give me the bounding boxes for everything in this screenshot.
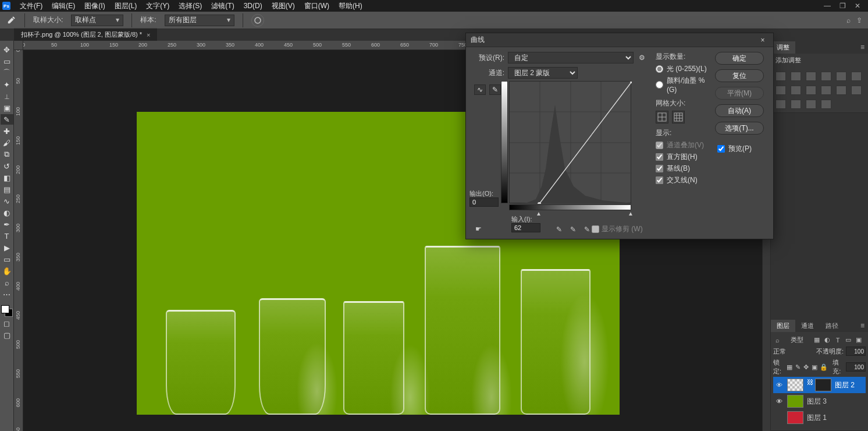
levels-adjustment-icon[interactable]: [791, 72, 801, 81]
hand-tool-icon[interactable]: ✋: [1, 266, 13, 276]
dialog-close-icon[interactable]: ×: [757, 36, 769, 44]
hue-adjustment-icon[interactable]: [851, 72, 862, 81]
mask-link-icon[interactable]: ⛓: [807, 379, 812, 391]
color-lookup-adjustment-icon[interactable]: [836, 86, 846, 95]
layer-visibility-icon[interactable]: 👁: [774, 381, 784, 388]
threshold-adjustment-icon[interactable]: [791, 100, 801, 109]
stamp-tool-icon[interactable]: ⧉: [1, 149, 13, 160]
smooth-button[interactable]: 平滑(M): [715, 87, 764, 100]
exposure-adjustment-icon[interactable]: [821, 72, 831, 81]
dialog-titlebar[interactable]: 曲线 ×: [466, 33, 773, 47]
window-minimize-icon[interactable]: —: [821, 2, 833, 10]
menu-filter[interactable]: 滤镜(T): [208, 0, 237, 12]
move-tool-icon[interactable]: ✥: [1, 44, 13, 55]
layer-name[interactable]: 图层 3: [807, 397, 827, 407]
brush-tool-icon[interactable]: 🖌: [1, 137, 13, 148]
layer-thumbnail[interactable]: [787, 411, 803, 424]
sample-size-dropdown[interactable]: 取样点: [71, 15, 123, 26]
grid-large-icon[interactable]: [672, 111, 685, 123]
layer-name[interactable]: 图层 2: [835, 380, 855, 390]
eraser-tool-icon[interactable]: ◧: [1, 172, 13, 183]
lock-position-icon[interactable]: ✥: [803, 363, 809, 371]
layer-filter-type-icon[interactable]: T: [834, 336, 842, 344]
color-balance-adjustment-icon[interactable]: [775, 86, 786, 95]
window-restore-icon[interactable]: ❐: [837, 2, 848, 10]
auto-button[interactable]: 自动(A): [715, 104, 764, 117]
window-close-icon[interactable]: ✕: [852, 2, 863, 10]
path-select-tool-icon[interactable]: ▶: [1, 242, 13, 253]
curves-dialog[interactable]: 曲线 × 预设(R): 自定 ⚙ 通道: 图层 2 蒙版 ∿ ✎: [465, 33, 774, 239]
quick-select-tool-icon[interactable]: ✦: [1, 79, 13, 90]
ruler-vertical[interactable]: 0501001502002503003504004505005506006507…: [14, 50, 23, 431]
output-value-input[interactable]: [469, 197, 499, 207]
amount-pigment-radio[interactable]: 颜料/油墨 %(G): [656, 76, 707, 94]
show-histogram-checkbox[interactable]: 直方图(H): [656, 152, 707, 162]
curves-adjustment-icon[interactable]: [806, 72, 816, 81]
white-point-eyedropper-icon[interactable]: ✎: [582, 225, 592, 234]
dodge-tool-icon[interactable]: ◐: [1, 207, 13, 218]
brightness-adjustment-icon[interactable]: [775, 72, 786, 81]
layer-filter-adjust-icon[interactable]: ◐: [823, 336, 831, 344]
layer-row[interactable]: 👁 图层 3: [773, 393, 866, 409]
amount-light-radio[interactable]: 光 (0-255)(L): [656, 64, 707, 74]
gradient-map-adjustment-icon[interactable]: [806, 100, 816, 109]
posterize-adjustment-icon[interactable]: [775, 100, 786, 109]
tab-paths[interactable]: 路径: [820, 320, 844, 332]
gradient-tool-icon[interactable]: ▤: [1, 184, 13, 195]
color-swatch[interactable]: [1, 305, 13, 317]
foreground-color-swatch[interactable]: [1, 305, 9, 313]
black-point-eyedropper-icon[interactable]: ✎: [554, 225, 564, 234]
panel-menu-icon[interactable]: ≡: [857, 322, 868, 330]
lock-transparent-icon[interactable]: ▦: [787, 363, 792, 371]
curve-pencil-tool-icon[interactable]: ✎: [489, 84, 501, 95]
heal-tool-icon[interactable]: ✚: [1, 126, 13, 136]
layer-filter-shape-icon[interactable]: ▭: [844, 336, 852, 344]
marquee-tool-icon[interactable]: ▭: [1, 56, 13, 66]
sample-dropdown[interactable]: 所有图层: [165, 15, 234, 26]
bw-adjustment-icon[interactable]: [791, 86, 801, 95]
menu-select[interactable]: 选择(S): [175, 0, 205, 12]
menu-edit[interactable]: 编辑(E): [48, 0, 79, 12]
type-tool-icon[interactable]: T: [1, 231, 13, 241]
layer-thumbnail[interactable]: [787, 395, 803, 408]
reset-button[interactable]: 复位: [715, 69, 764, 82]
document-tab-close-icon[interactable]: ×: [147, 31, 150, 38]
tab-adjustments[interactable]: 调整: [771, 41, 795, 54]
layer-filter-pixel-icon[interactable]: ▦: [813, 336, 821, 344]
tab-channels[interactable]: 通道: [795, 320, 820, 332]
menu-help[interactable]: 帮助(H): [335, 0, 366, 12]
opacity-input[interactable]: [846, 347, 866, 356]
history-brush-tool-icon[interactable]: ↺: [1, 161, 13, 171]
screen-mode-icon[interactable]: ▢: [1, 330, 13, 340]
share-icon[interactable]: ⇪: [856, 16, 862, 24]
preset-dropdown[interactable]: 自定: [508, 52, 634, 63]
invert-adjustment-icon[interactable]: [851, 86, 862, 95]
menu-image[interactable]: 图像(I): [81, 0, 108, 12]
options-button[interactable]: 选项(T)...: [715, 122, 764, 135]
channel-mixer-adjustment-icon[interactable]: [821, 86, 831, 95]
zoom-tool-icon[interactable]: ⌕: [1, 277, 13, 288]
layer-thumbnail[interactable]: [787, 379, 803, 391]
show-baseline-checkbox[interactable]: 基线(B): [656, 164, 707, 174]
show-clipping-checkbox[interactable]: 显示修剪 (W): [592, 224, 643, 234]
channel-dropdown[interactable]: 图层 2 蒙版: [508, 67, 578, 79]
lock-artboard-icon[interactable]: ▣: [812, 363, 817, 371]
tab-layers[interactable]: 图层: [771, 320, 795, 332]
preset-settings-icon[interactable]: ⚙: [637, 53, 646, 62]
preview-checkbox[interactable]: 预览(P): [717, 144, 752, 154]
lasso-tool-icon[interactable]: ⌒: [1, 68, 13, 78]
targeted-adjustment-icon[interactable]: ☛: [475, 225, 482, 233]
selective-color-adjustment-icon[interactable]: [821, 100, 831, 109]
layer-mask-thumbnail[interactable]: [815, 379, 831, 391]
layer-row[interactable]: 图层 1: [773, 409, 866, 426]
layer-name[interactable]: 图层 1: [807, 413, 827, 423]
menu-file[interactable]: 文件(F): [16, 0, 46, 12]
crop-tool-icon[interactable]: ⟂: [1, 91, 13, 101]
lock-pixels-icon[interactable]: ✎: [795, 363, 801, 371]
black-point-slider[interactable]: ▲: [536, 210, 542, 217]
gray-point-eyedropper-icon[interactable]: ✎: [568, 225, 578, 234]
sample-ring-toggle-icon[interactable]: [251, 14, 264, 27]
show-intersect-checkbox[interactable]: 交叉线(N): [656, 175, 707, 185]
quick-mask-icon[interactable]: ◻: [1, 318, 13, 328]
photo-filter-adjustment-icon[interactable]: [806, 86, 816, 95]
